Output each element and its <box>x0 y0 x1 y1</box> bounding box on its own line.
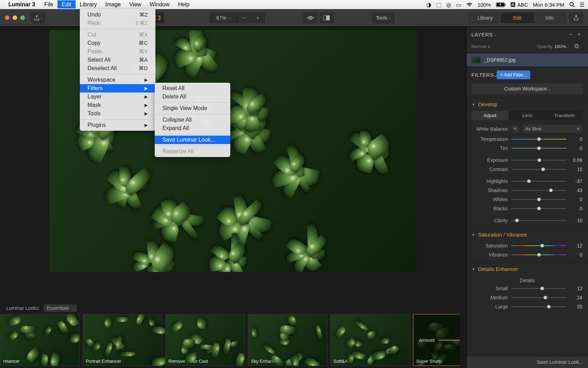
wb-slider[interactable] <box>511 137 566 142</box>
workspace-dropdown[interactable]: Custom Workspace ⌵ <box>471 83 583 94</box>
menu-item-cut: Cut⌘X <box>80 30 155 39</box>
menu-item-layer[interactable]: Layer▶ <box>80 93 155 101</box>
light-value: 43 <box>570 188 582 193</box>
menu-help[interactable]: Help <box>174 0 194 8</box>
preview-button[interactable] <box>303 13 317 23</box>
add-filter-button[interactable]: + Add Filter... <box>497 70 530 79</box>
menu-edit[interactable]: Edit <box>57 0 76 8</box>
develop-tab-lens[interactable]: Lens <box>509 111 546 120</box>
dnd-icon[interactable]: ◑ <box>426 1 431 8</box>
menu-window[interactable]: Window <box>146 0 174 8</box>
mode-tab-library[interactable]: Library <box>469 13 501 23</box>
submenu-item-single-view-mode[interactable]: Single View Mode <box>155 104 230 113</box>
light-label: Highlights <box>472 178 508 184</box>
light-label: Shadows <box>472 188 508 193</box>
menu-image[interactable]: Image <box>101 0 125 8</box>
look-preset[interactable]: Soft&Airy <box>330 314 410 366</box>
looks-category-dropdown[interactable]: Essentials⌵ <box>43 304 77 312</box>
light-slider[interactable] <box>511 206 566 211</box>
eyedropper-icon[interactable]: ✎ <box>511 125 519 133</box>
sat-slider[interactable] <box>511 252 566 257</box>
menu-item-copy[interactable]: Copy⌘C <box>80 39 155 47</box>
spotlight-icon[interactable] <box>569 2 575 7</box>
submenu-item-reset-all[interactable]: Reset All <box>155 84 230 93</box>
submenu-item-collapse-all[interactable]: Collapse All <box>155 116 230 124</box>
filters-header[interactable]: FILTERS <box>471 72 494 78</box>
detail-slider[interactable] <box>511 295 566 300</box>
white-balance-dropdown[interactable]: As Shot⇅ <box>523 125 582 133</box>
layer-row[interactable]: _DSF8952.jpg <box>467 54 588 66</box>
submenu-item-expand-all[interactable]: Expand All <box>155 124 230 132</box>
look-preset[interactable]: Remove Color Cast <box>165 314 245 366</box>
develop-tab-transform[interactable]: Transform <box>546 111 583 120</box>
develop-header[interactable]: ▼Develop <box>467 98 588 111</box>
close-icon[interactable] <box>5 15 9 20</box>
menu-item-plugins[interactable]: Plugins▶ <box>80 121 155 129</box>
edit-menu-dropdown: Undo⌘ZRedo⇧⌘ZCut⌘XCopy⌘CPaste⌘VSelect Al… <box>80 9 155 131</box>
clarity-slider[interactable] <box>511 218 566 223</box>
minus-icon[interactable]: − <box>567 31 575 38</box>
app-name[interactable]: Luminar 3 <box>8 1 35 8</box>
detail-slider[interactable] <box>511 304 566 309</box>
menu-item-filters[interactable]: Filters▶ <box>80 84 155 93</box>
develop-tabs: AdjustLensTransform <box>471 111 583 120</box>
battery-icon[interactable] <box>496 2 506 7</box>
look-preset[interactable]: Portrait Enhancer <box>83 314 162 366</box>
wifi-icon[interactable] <box>466 2 472 7</box>
light-slider[interactable] <box>511 197 566 202</box>
menu-item-undo[interactable]: Undo⌘Z <box>80 11 155 19</box>
light-slider[interactable] <box>511 179 566 184</box>
menu-file[interactable]: File <box>40 0 57 8</box>
menu-item-mask[interactable]: Mask▶ <box>80 101 155 109</box>
zoom-out-button[interactable]: − <box>237 13 251 23</box>
light-slider[interactable] <box>511 188 566 193</box>
layer-thumbnail <box>471 57 481 63</box>
airplay-icon[interactable]: ▭ <box>456 1 461 8</box>
look-preset[interactable]: Sky Enhancer <box>248 314 328 366</box>
plus-icon[interactable]: + <box>575 31 583 38</box>
menu-item-workspace[interactable]: Workspace▶ <box>80 76 155 84</box>
zoom-in-button[interactable]: + <box>251 13 265 23</box>
detail-label: Large <box>472 304 508 309</box>
input-badge[interactable]: A <box>511 2 515 7</box>
wb-slider[interactable] <box>511 146 566 151</box>
saturation-header[interactable]: ▼Saturation / Vibrance <box>467 228 588 241</box>
dropbox-icon[interactable]: ⬚ <box>436 1 441 8</box>
details-header[interactable]: ▼Details Enhancer <box>467 263 588 275</box>
menu-view[interactable]: View <box>125 0 145 8</box>
viewport[interactable] <box>0 27 466 301</box>
blend-mode-dropdown[interactable]: Normal ⇅ <box>471 44 490 49</box>
gear-icon[interactable]: ⚙⌵ <box>572 42 583 50</box>
battery-percent: 100% <box>477 2 491 8</box>
submenu-item-save-luminar-look-[interactable]: Save Luminar Look... <box>155 136 230 144</box>
sat-value: 0 <box>570 252 582 258</box>
submenu-item-delete-all[interactable]: Delete All <box>155 93 230 101</box>
zoom-icon[interactable] <box>20 15 25 20</box>
exposure-slider[interactable] <box>511 167 566 172</box>
mode-tab-edit[interactable]: Edit <box>501 13 533 23</box>
wb-label: Temperature <box>472 136 508 142</box>
cc-icon[interactable]: ◎ <box>446 1 451 8</box>
menu-item-deselect-all[interactable]: Deselect All⌘D <box>80 64 155 73</box>
minimize-icon[interactable] <box>13 15 17 20</box>
look-preset[interactable]: nhancer <box>0 314 80 366</box>
share-button[interactable] <box>569 13 583 23</box>
detail-slider[interactable] <box>511 286 566 291</box>
tools-dropdown[interactable]: Tools⌵ <box>372 13 395 23</box>
menu-item-tools[interactable]: Tools▶ <box>80 109 155 118</box>
opacity-value[interactable]: 100% <box>554 44 566 49</box>
mode-tab-info[interactable]: Info <box>533 13 566 23</box>
sat-slider[interactable] <box>511 243 566 248</box>
compare-button[interactable] <box>320 13 334 23</box>
menu-icon[interactable]: ☰ <box>580 1 584 8</box>
menu-item-select-all[interactable]: Select All⌘A <box>80 56 155 64</box>
menubar-clock[interactable]: Mon 6:34 PM <box>533 2 564 8</box>
look-preset[interactable]: Super Sharp★Amount100 <box>413 314 460 366</box>
menu-library[interactable]: Library <box>76 0 101 8</box>
export-button[interactable]: ⌵ <box>31 13 45 23</box>
save-look-button[interactable]: Save Luminar Look... <box>467 356 588 368</box>
zoom-level[interactable]: 67%⌵ <box>210 13 237 23</box>
develop-tab-adjust[interactable]: Adjust <box>471 111 509 120</box>
layers-header[interactable]: LAYERS⌵ − + <box>467 27 588 42</box>
exposure-slider[interactable] <box>511 158 566 163</box>
